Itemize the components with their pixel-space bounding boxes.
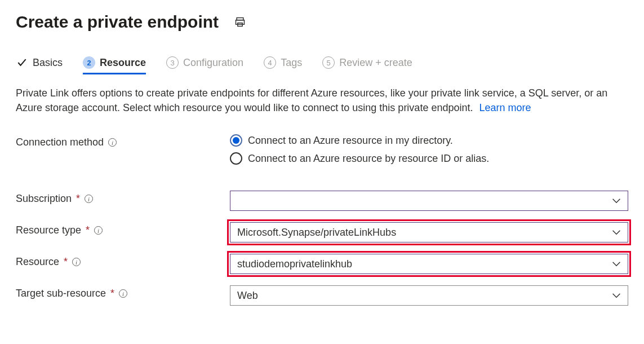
resource-dropdown[interactable]: studiodemoprivatelinkhub [230,254,628,274]
tab-description: Private Link offers options to create pr… [16,86,628,115]
tab-label-configuration: Configuration [183,57,243,69]
radio-checked-icon [230,134,242,147]
connection-method-label: Connection method [16,136,104,148]
required-indicator: * [110,288,114,299]
tab-review-create[interactable]: 5 Review + create [322,54,412,74]
dropdown-value: Web [237,290,258,302]
wizard-tabs: Basics 2 Resource 3 Configuration 4 Tags… [16,54,628,74]
radio-option-resource-id[interactable]: Connect to an Azure resource by resource… [230,152,628,165]
required-indicator: * [76,193,80,205]
target-sub-resource-label: Target sub-resource [16,288,106,299]
radio-label: Connect to an Azure resource by resource… [248,153,489,165]
svg-rect-1 [236,20,245,25]
learn-more-link[interactable]: Learn more [479,102,531,113]
info-icon[interactable]: i [119,289,127,298]
resource-type-label: Resource type [16,224,81,236]
print-icon[interactable] [234,16,246,28]
chevron-down-icon [612,293,621,298]
subscription-label: Subscription [16,193,72,205]
resource-type-dropdown[interactable]: Microsoft.Synapse/privateLinkHubs [230,222,628,242]
page-title: Create a private endpoint [16,12,219,32]
tab-resource[interactable]: 2 Resource [83,54,146,74]
check-icon [16,56,28,69]
info-icon[interactable]: i [85,195,93,203]
tab-label-basics: Basics [33,57,63,69]
chevron-down-icon [612,198,621,204]
info-icon[interactable]: i [72,258,81,266]
radio-option-directory[interactable]: Connect to an Azure resource in my direc… [230,134,628,147]
chevron-down-icon [612,261,621,267]
info-icon[interactable]: i [108,138,117,147]
radio-unchecked-icon [230,152,242,165]
tab-label-review: Review + create [339,57,412,69]
info-icon[interactable]: i [94,226,103,235]
radio-label: Connect to an Azure resource in my direc… [248,135,453,147]
required-indicator: * [64,256,68,268]
target-sub-resource-dropdown[interactable]: Web [230,285,628,306]
step-number: 2 [83,56,95,69]
subscription-dropdown[interactable] [230,191,628,211]
tab-configuration[interactable]: 3 Configuration [166,54,243,74]
tab-label-resource: Resource [100,57,146,69]
dropdown-value: studiodemoprivatelinkhub [237,258,352,270]
tab-basics[interactable]: Basics [16,54,63,74]
dropdown-value: Microsoft.Synapse/privateLinkHubs [237,227,396,239]
chevron-down-icon [612,230,621,235]
step-number: 3 [166,56,179,69]
tab-tags[interactable]: 4 Tags [264,54,302,74]
step-number: 4 [264,56,276,69]
required-indicator: * [86,224,90,236]
step-number: 5 [322,56,335,69]
resource-label: Resource [16,256,59,268]
tab-label-tags: Tags [281,57,302,69]
